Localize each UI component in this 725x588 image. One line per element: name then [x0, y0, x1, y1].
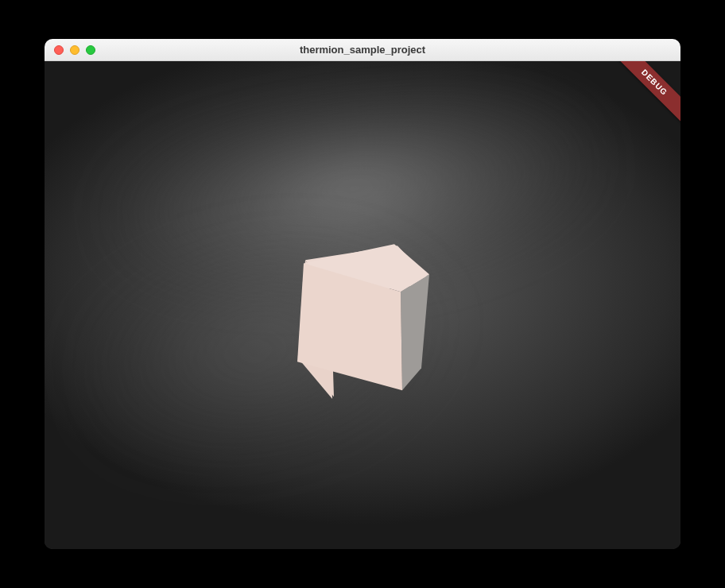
debug-ribbon: DEBUG — [601, 61, 680, 141]
window-title: thermion_sample_project — [45, 44, 680, 56]
minimize-icon[interactable] — [70, 45, 79, 55]
debug-ribbon-label: DEBUG — [611, 61, 680, 126]
close-icon[interactable] — [54, 45, 64, 55]
app-window: thermion_sample_project — [45, 39, 680, 549]
titlebar[interactable]: thermion_sample_project — [45, 39, 680, 61]
traffic-lights — [54, 45, 95, 55]
maximize-icon[interactable] — [86, 45, 95, 55]
cube-right-face — [401, 274, 429, 390]
cube-render — [275, 206, 450, 412]
render-viewport[interactable]: DEBUG — [45, 61, 680, 549]
